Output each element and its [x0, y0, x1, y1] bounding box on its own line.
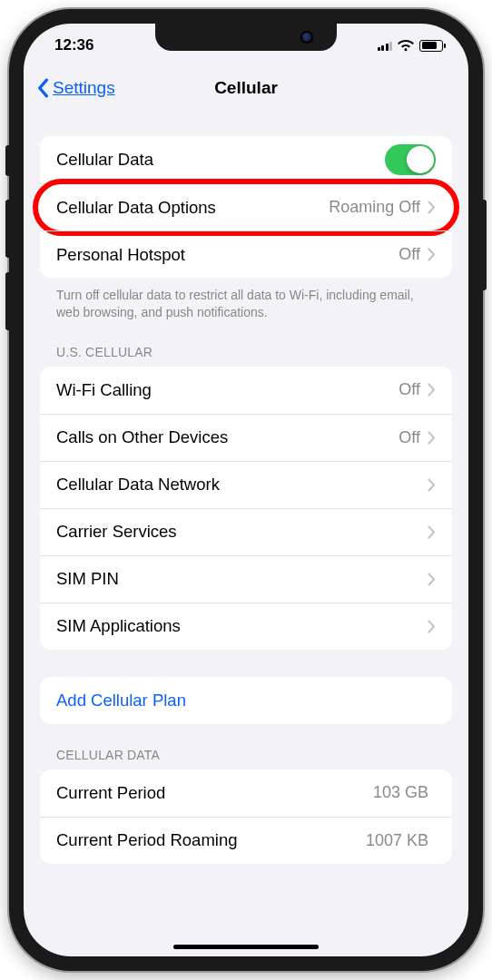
nav-bar: Settings Cellular — [24, 67, 468, 109]
carrier-header: U.S. CELLULAR — [40, 321, 452, 367]
wifi-calling-value: Off — [399, 380, 420, 399]
chevron-right-icon — [428, 525, 436, 539]
back-label: Settings — [53, 78, 115, 98]
cellular-note: Turn off cellular data to restrict all d… — [40, 278, 452, 321]
chevron-right-icon — [428, 383, 436, 397]
sim-pin-label: SIM PIN — [56, 569, 428, 589]
battery-icon — [419, 40, 443, 52]
row-cellular-data-options[interactable]: Cellular Data Options Roaming Off — [40, 183, 452, 230]
cellular-signal-icon — [378, 40, 393, 51]
group-cellular: Cellular Data Cellular Data Options Roam… — [40, 136, 452, 278]
page-title: Cellular — [214, 78, 278, 98]
chevron-right-icon — [428, 431, 436, 445]
row-cellular-data[interactable]: Cellular Data — [40, 136, 452, 183]
row-personal-hotspot[interactable]: Personal Hotspot Off — [40, 230, 452, 278]
home-indicator[interactable] — [173, 945, 319, 949]
personal-hotspot-value: Off — [399, 245, 420, 264]
row-calls-other-devices[interactable]: Calls on Other Devices Off — [40, 414, 452, 461]
cellular-data-label: Cellular Data — [56, 150, 385, 170]
status-right — [378, 40, 444, 52]
row-sim-pin[interactable]: SIM PIN — [40, 555, 452, 603]
sim-apps-label: SIM Applications — [56, 616, 428, 636]
volume-up-button — [5, 200, 11, 258]
usage-header: CELLULAR DATA — [40, 724, 452, 769]
status-time: 12:36 — [54, 36, 93, 54]
data-network-label: Cellular Data Network — [56, 475, 428, 495]
chevron-right-icon — [428, 248, 436, 261]
volume-down-button — [5, 272, 11, 330]
row-carrier-services[interactable]: Carrier Services — [40, 508, 452, 555]
cellular-data-options-value: Roaming Off — [329, 198, 420, 217]
chevron-right-icon — [428, 620, 436, 633]
row-sim-applications[interactable]: SIM Applications — [40, 603, 452, 650]
calls-other-label: Calls on Other Devices — [56, 427, 399, 447]
mute-switch — [5, 145, 11, 176]
chevron-left-icon — [36, 78, 49, 98]
row-wifi-calling[interactable]: Wi-Fi Calling Off — [40, 367, 452, 414]
chevron-right-icon — [428, 478, 436, 492]
personal-hotspot-label: Personal Hotspot — [56, 245, 399, 265]
row-cellular-data-network[interactable]: Cellular Data Network — [40, 461, 452, 508]
row-current-period[interactable]: Current Period 103 GB — [40, 769, 452, 817]
chevron-right-icon — [428, 573, 436, 586]
group-carrier: Wi-Fi Calling Off Calls on Other Devices… — [40, 367, 452, 650]
current-period-value: 103 GB — [373, 783, 428, 802]
back-button[interactable]: Settings — [36, 78, 115, 98]
roaming-label: Current Period Roaming — [56, 830, 366, 850]
group-usage: Current Period 103 GB Current Period Roa… — [40, 769, 452, 864]
roaming-value: 1007 KB — [366, 831, 428, 850]
group-add-plan: Add Cellular Plan — [40, 677, 452, 724]
toggle-knob — [407, 146, 434, 173]
wifi-icon — [398, 40, 414, 52]
power-button — [481, 200, 487, 290]
carrier-services-label: Carrier Services — [56, 522, 428, 542]
phone-frame: 12:36 Settings Cellular Cellular Data — [9, 9, 483, 971]
cellular-data-options-label: Cellular Data Options — [56, 198, 329, 218]
row-current-period-roaming[interactable]: Current Period Roaming 1007 KB — [40, 817, 452, 864]
notch — [155, 24, 337, 51]
chevron-right-icon — [428, 201, 436, 214]
calls-other-value: Off — [399, 428, 420, 447]
cellular-data-toggle[interactable] — [385, 144, 436, 175]
current-period-label: Current Period — [56, 783, 373, 803]
content[interactable]: Cellular Data Cellular Data Options Roam… — [24, 109, 468, 931]
front-camera — [302, 33, 311, 42]
screen: 12:36 Settings Cellular Cellular Data — [24, 24, 468, 956]
row-add-cellular-plan[interactable]: Add Cellular Plan — [40, 677, 452, 724]
add-plan-label: Add Cellular Plan — [56, 691, 436, 710]
wifi-calling-label: Wi-Fi Calling — [56, 380, 399, 400]
